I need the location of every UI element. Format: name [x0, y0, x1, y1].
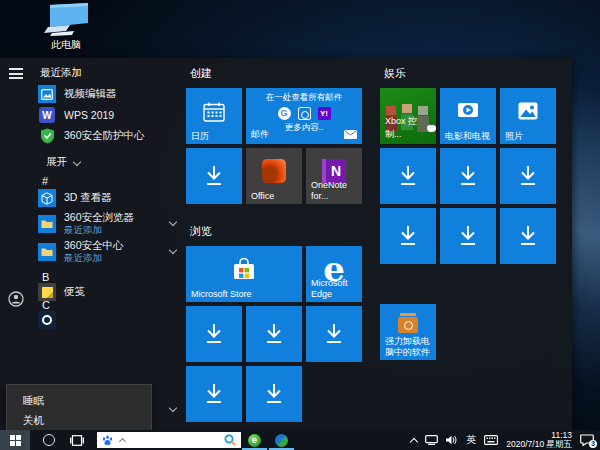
app-item-360-center-folder[interactable]: 360安全中心 最近添加: [38, 239, 180, 264]
menu-item-shutdown[interactable]: 关机: [7, 410, 151, 430]
tile-pending-download[interactable]: [440, 148, 496, 204]
app-item-subtitle: 最近添加: [64, 224, 102, 235]
tile-pending-download[interactable]: [500, 208, 556, 264]
tile-label: Office: [251, 191, 274, 202]
user-avatar-icon[interactable]: [8, 291, 24, 307]
notification-badge: 3: [589, 440, 597, 448]
tile-label: Microsoft Store: [191, 289, 252, 300]
download-arrow-icon: [306, 306, 362, 362]
tile-microsoft-store[interactable]: Microsoft Store: [186, 246, 302, 302]
group-title-entertainment: 娱乐: [384, 66, 406, 81]
tile-label: 照片: [505, 131, 523, 142]
task-view-icon: [70, 435, 84, 446]
mail-headline: 在一处查看所有邮件: [246, 92, 362, 104]
tile-pending-download[interactable]: [440, 208, 496, 264]
ime-indicator[interactable]: 英: [466, 433, 476, 447]
taskbar: e 英 11:13 2020/7/10 星期五 3: [0, 430, 600, 450]
group-title-browse: 浏览: [190, 224, 212, 239]
tile-xbox[interactable]: Xbox 控制...: [380, 88, 436, 144]
windows-logo-icon: [10, 435, 21, 446]
tile-label: Xbox 控制...: [385, 115, 424, 141]
tile-pending-download[interactable]: [246, 306, 302, 362]
cortana-button[interactable]: [43, 434, 55, 446]
game-controller-icon: [427, 125, 436, 132]
chevron-down-icon: [73, 158, 81, 166]
action-center-button[interactable]: 3: [580, 434, 594, 446]
volume-icon[interactable]: [446, 435, 458, 445]
tile-pending-download[interactable]: [186, 148, 242, 204]
tile-label: OneNote for...: [311, 180, 361, 201]
task-view-button[interactable]: [70, 435, 84, 446]
network-icon[interactable]: [425, 435, 438, 445]
download-arrow-icon: [246, 306, 302, 362]
download-arrow-icon: [440, 148, 496, 204]
tile-calendar[interactable]: 日历: [186, 88, 242, 144]
uninstall-bin-icon: [398, 317, 418, 333]
tile-label: 强力卸载电脑中的软件: [385, 336, 431, 357]
touch-keyboard-icon[interactable]: [484, 435, 498, 445]
tile-label: 邮件: [251, 128, 269, 141]
shield-icon: [38, 127, 56, 145]
tile-office[interactable]: Office: [246, 148, 302, 204]
expand-list-button[interactable]: 展开: [46, 155, 80, 169]
tile-mail[interactable]: 在一处查看所有邮件 G Y! 更多内容.. 邮件: [246, 88, 362, 144]
chevron-up-icon: [119, 437, 126, 444]
app-item-video-editor[interactable]: 视频编辑器: [38, 85, 180, 103]
system-tray: 英 11:13 2020/7/10 星期五 3: [411, 431, 600, 450]
recent-added-header: 最近添加: [40, 66, 82, 80]
download-arrow-icon: [500, 148, 556, 204]
tile-pending-download[interactable]: [380, 148, 436, 204]
this-pc-label: 此电脑: [30, 38, 102, 52]
this-pc-icon: [30, 3, 102, 37]
start-button[interactable]: [0, 430, 30, 450]
app-item-label: 360安全中心: [64, 239, 124, 251]
tile-pending-download[interactable]: [380, 208, 436, 264]
envelope-icon: [344, 130, 357, 139]
hamburger-menu-icon[interactable]: [9, 68, 23, 79]
app-item-360-security-protection[interactable]: 360安全防护中心: [38, 127, 180, 145]
menu-item-sleep[interactable]: 睡眠: [7, 390, 151, 410]
search-input[interactable]: [97, 432, 241, 448]
tile-pending-download[interactable]: [246, 366, 302, 422]
tile-microsoft-edge[interactable]: e Microsoft Edge: [306, 246, 362, 302]
app-item-sticky-notes[interactable]: 便笺: [38, 283, 180, 301]
show-hidden-icons-button[interactable]: [410, 437, 418, 445]
taskbar-app-360-safe[interactable]: [268, 430, 295, 450]
tile-pending-download[interactable]: [186, 306, 242, 362]
taskbar-clock[interactable]: 11:13 2020/7/10 星期五: [506, 431, 572, 450]
download-arrow-icon: [380, 148, 436, 204]
google-icon: G: [278, 107, 291, 120]
app-item-label: 视频编辑器: [64, 87, 117, 101]
app-item-label: 便笺: [64, 285, 85, 299]
tile-photos[interactable]: 照片: [500, 88, 556, 144]
start-menu: 最近添加 视频编辑器 W WPS 2019 360安全防护中心 展开 #: [0, 58, 572, 430]
folder-icon: [38, 243, 56, 261]
download-arrow-icon: [246, 366, 302, 422]
section-letter-b[interactable]: B: [42, 271, 49, 283]
download-arrow-icon: [380, 208, 436, 264]
cortana-icon: [38, 311, 56, 329]
section-letter-hash[interactable]: #: [42, 175, 48, 187]
app-item-subtitle: 最近添加: [64, 252, 102, 263]
section-letter-c[interactable]: C: [42, 299, 50, 311]
app-item-cortana[interactable]: [38, 311, 180, 329]
app-item-3d-viewer[interactable]: 3D 查看器: [38, 189, 180, 207]
app-item-wps-2019[interactable]: W WPS 2019: [38, 106, 180, 124]
download-arrow-icon: [500, 208, 556, 264]
tile-onenote[interactable]: N OneNote for...: [306, 148, 362, 204]
tile-movies-tv[interactable]: 电影和电视: [440, 88, 496, 144]
clock-date: 2020/7/10 星期五: [506, 440, 572, 450]
tile-pending-download[interactable]: [500, 148, 556, 204]
download-arrow-icon: [186, 148, 242, 204]
tile-pending-download[interactable]: [306, 306, 362, 362]
tile-label: Microsoft Edge: [311, 278, 361, 299]
360-browser-icon: e: [248, 434, 261, 447]
tile-area: 创建 日历 在一处查看所有邮件 G Y! 更多内容.. 邮件: [180, 58, 572, 430]
app-item-label: 360安全防护中心: [64, 129, 145, 143]
taskbar-app-360-browser[interactable]: e: [241, 430, 268, 450]
download-arrow-icon: [186, 306, 242, 362]
desktop-icon-this-pc[interactable]: 此电脑: [30, 3, 102, 52]
tile-pending-download[interactable]: [186, 366, 242, 422]
app-item-360-browser-folder[interactable]: 360安全浏览器 最近添加: [38, 211, 180, 236]
tile-uninstaller[interactable]: 强力卸载电脑中的软件: [380, 304, 436, 360]
